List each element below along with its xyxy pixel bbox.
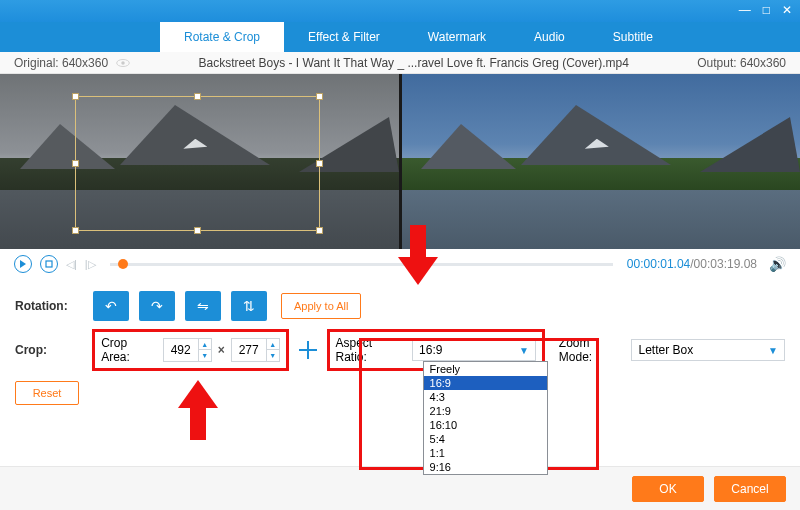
crop-handle[interactable]: [72, 227, 79, 234]
flip-horizontal-button[interactable]: ⇋: [185, 291, 221, 321]
next-frame-button[interactable]: |▷: [85, 258, 96, 271]
aspect-option-9-16[interactable]: 9:16: [424, 460, 547, 474]
aspect-option-16-9[interactable]: 16:9: [424, 376, 547, 390]
crop-handle[interactable]: [316, 93, 323, 100]
stop-button[interactable]: [40, 255, 58, 273]
preview-eye-icon[interactable]: [116, 58, 130, 68]
annotation-arrow-up-icon: [178, 380, 218, 440]
crop-handle[interactable]: [194, 227, 201, 234]
play-button[interactable]: [14, 255, 32, 273]
aspect-option-4-3[interactable]: 4:3: [424, 390, 547, 404]
center-crop-icon[interactable]: [299, 341, 317, 359]
close-button[interactable]: ✕: [782, 3, 792, 17]
aspect-option-21-9[interactable]: 21:9: [424, 404, 547, 418]
maximize-button[interactable]: □: [763, 3, 770, 17]
aspect-ratio-select[interactable]: 16:9 ▼: [412, 339, 536, 361]
zoom-mode-select[interactable]: Letter Box ▼: [631, 339, 785, 361]
prev-frame-button[interactable]: ◁|: [66, 258, 77, 271]
original-size-label: Original: 640x360: [14, 56, 108, 70]
aspect-option-1-1[interactable]: 1:1: [424, 446, 547, 460]
footer-bar: OK Cancel: [0, 466, 800, 510]
crop-label: Crop:: [15, 343, 92, 357]
svg-marker-7: [178, 380, 218, 408]
stepper-up-icon[interactable]: ▲: [267, 339, 279, 350]
tab-subtitle[interactable]: Subtitle: [589, 22, 677, 52]
stepper-down-icon[interactable]: ▼: [267, 350, 279, 361]
zoom-mode-value: Letter Box: [638, 343, 693, 357]
crop-handle[interactable]: [72, 160, 79, 167]
svg-rect-3: [46, 261, 52, 267]
crop-handle[interactable]: [316, 227, 323, 234]
timeline-track[interactable]: [110, 263, 613, 266]
dimension-multiply-icon: ×: [218, 343, 225, 357]
cancel-button[interactable]: Cancel: [714, 476, 786, 502]
crop-selection-box[interactable]: [75, 96, 320, 231]
minimize-button[interactable]: —: [739, 3, 751, 17]
svg-rect-4: [410, 225, 426, 257]
output-preview: [402, 74, 801, 249]
title-bar: — □ ✕: [0, 0, 800, 22]
reset-button[interactable]: Reset: [15, 381, 79, 405]
preview-area: [0, 74, 800, 249]
rotate-cw-button[interactable]: ↷: [139, 291, 175, 321]
rotation-label: Rotation:: [15, 299, 93, 313]
crop-area-group: Crop Area: ▲▼ × ▲▼: [92, 329, 289, 371]
crop-width-input[interactable]: [164, 343, 198, 357]
flip-vertical-button[interactable]: ⇅: [231, 291, 267, 321]
crop-handle[interactable]: [316, 160, 323, 167]
crop-handle[interactable]: [72, 93, 79, 100]
svg-point-1: [121, 61, 125, 65]
crop-handle[interactable]: [194, 93, 201, 100]
filename-label: Backstreet Boys - I Want It That Way _ .…: [130, 56, 697, 70]
volume-icon[interactable]: 🔊: [769, 256, 786, 272]
crop-height-stepper[interactable]: ▲▼: [231, 338, 280, 362]
stepper-up-icon[interactable]: ▲: [199, 339, 211, 350]
chevron-down-icon: ▼: [768, 345, 778, 356]
svg-marker-5: [398, 257, 438, 285]
ok-button[interactable]: OK: [632, 476, 704, 502]
time-display: 00:00:01.04/00:03:19.08: [627, 257, 757, 271]
aspect-ratio-label: Aspect Ratio:: [336, 336, 407, 364]
zoom-mode-label: Zoom Mode:: [559, 336, 626, 364]
info-bar: Original: 640x360 Backstreet Boys - I Wa…: [0, 52, 800, 74]
crop-area-label: Crop Area:: [101, 336, 157, 364]
aspect-ratio-group: Aspect Ratio: 16:9 ▼ Freely 16:9 4:3 21:…: [327, 329, 545, 371]
aspect-ratio-dropdown[interactable]: Freely 16:9 4:3 21:9 16:10 5:4 1:1 9:16: [423, 361, 548, 475]
svg-marker-2: [20, 260, 26, 268]
aspect-ratio-value: 16:9: [419, 343, 442, 357]
original-preview[interactable]: [0, 74, 399, 249]
aspect-option-16-10[interactable]: 16:10: [424, 418, 547, 432]
tab-watermark[interactable]: Watermark: [404, 22, 510, 52]
rotate-ccw-button[interactable]: ↶: [93, 291, 129, 321]
svg-rect-6: [190, 408, 206, 440]
timeline-knob[interactable]: [118, 259, 128, 269]
tab-effect-filter[interactable]: Effect & Filter: [284, 22, 404, 52]
aspect-option-freely[interactable]: Freely: [424, 362, 547, 376]
chevron-down-icon: ▼: [519, 345, 529, 356]
tab-audio[interactable]: Audio: [510, 22, 589, 52]
output-size-label: Output: 640x360: [697, 56, 786, 70]
aspect-option-5-4[interactable]: 5:4: [424, 432, 547, 446]
tab-bar: Rotate & Crop Effect & Filter Watermark …: [0, 22, 800, 52]
stepper-down-icon[interactable]: ▼: [199, 350, 211, 361]
crop-height-input[interactable]: [232, 343, 266, 357]
crop-width-stepper[interactable]: ▲▼: [163, 338, 212, 362]
annotation-arrow-down-icon: [398, 225, 438, 285]
apply-to-all-button[interactable]: Apply to All: [281, 293, 361, 319]
tab-rotate-crop[interactable]: Rotate & Crop: [160, 22, 284, 52]
